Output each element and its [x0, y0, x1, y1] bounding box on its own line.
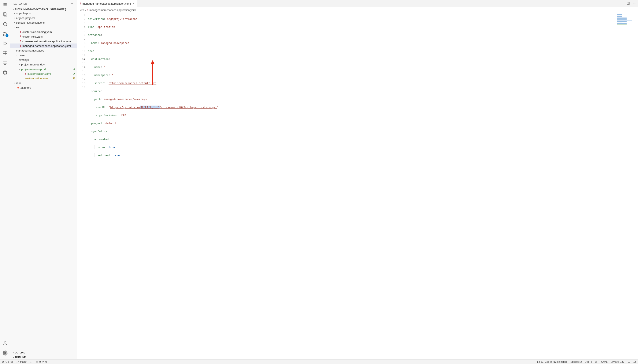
chevron-right-icon: › [12, 351, 15, 354]
svg-line-6 [6, 25, 7, 26]
file-kustomization-inner[interactable]: !kustomization.yamlA [10, 71, 77, 76]
file-tree: ›app-of-apps ›argocd-projects ›console-c… [10, 11, 77, 350]
file-managed-namespaces-app[interactable]: !managed-namesapces.application.yaml [10, 44, 77, 48]
folder-app-of-apps[interactable]: ›app-of-apps [10, 11, 77, 16]
explorer-title: EXPLORER [14, 2, 27, 5]
tab-label: managed-namesapces.application.yaml [82, 2, 131, 5]
folder-base[interactable]: ›base [10, 53, 77, 58]
timeline-section-header[interactable]: ›TIMELINE [10, 355, 77, 359]
status-encoding[interactable]: UTF-8 [585, 360, 592, 363]
code-content[interactable]: apiVersion: argoproj.io/v1alpha1 kind: A… [88, 13, 638, 359]
yaml-file-icon: ! [19, 35, 23, 38]
folder-console-customisations[interactable]: ›console-customisations [10, 20, 77, 25]
svg-rect-11 [3, 51, 5, 53]
chevron-down-icon: ⌄ [18, 68, 21, 70]
extensions-icon[interactable] [2, 50, 8, 56]
line-number-gutter: 12345678910111213141516171819 [77, 13, 88, 359]
file-gitignore[interactable]: ◆.gitignore [10, 85, 77, 90]
search-icon[interactable] [2, 21, 8, 27]
chevron-down-icon: ⌄ [13, 26, 16, 29]
svg-point-5 [4, 22, 6, 25]
svg-marker-10 [4, 42, 7, 45]
outline-section-header[interactable]: ›OUTLINE [10, 350, 77, 355]
chevron-down-icon: ⌄ [15, 58, 19, 61]
chevron-right-icon: › [85, 9, 86, 12]
selected-text: REPLACE_THIS [140, 106, 159, 109]
github-icon[interactable] [2, 70, 8, 76]
git-added-badge: A [72, 68, 75, 70]
yaml-file-icon: ! [21, 77, 25, 80]
code-editor[interactable]: 12345678910111213141516171819 apiVersion… [77, 13, 638, 359]
source-control-icon[interactable]: 2 [2, 31, 8, 37]
folder-etc[interactable]: ⌄etc [10, 25, 77, 30]
remote-explorer-icon[interactable] [2, 60, 8, 66]
tab-bar: ! managed-namesapces.application.yaml × … [77, 0, 638, 8]
svg-point-18 [4, 342, 6, 343]
breadcrumb-file[interactable]: managed-namesapces.application.yaml [89, 9, 136, 12]
status-indentation[interactable]: Spaces: 2 [571, 360, 582, 363]
workspace-name: RHT-SUMMIT-2023-GITOPS-CLUSTER-MGMT [... [15, 8, 68, 10]
git-modified-badge: M [72, 77, 75, 80]
chevron-down-icon: ⌄ [12, 8, 15, 10]
svg-rect-15 [3, 61, 7, 64]
folder-managed-namespaces[interactable]: ⌄managed-namespaces [10, 48, 77, 53]
menu-icon[interactable] [2, 2, 8, 8]
svg-point-26 [17, 361, 17, 361]
chevron-right-icon: › [13, 82, 16, 84]
accounts-icon[interactable] [2, 340, 8, 346]
folder-project-memes-dev[interactable]: ›project-memes-dev [10, 62, 77, 67]
chevron-right-icon: › [15, 54, 19, 56]
yaml-file-icon: ! [80, 2, 81, 5]
scm-badge: 2 [6, 34, 9, 37]
git-file-icon: ◆ [16, 86, 20, 89]
folder-project-memes-prod[interactable]: ⌄project-memes-prodA [10, 67, 77, 71]
folder-overlays[interactable]: ⌄overlays [10, 58, 77, 62]
yaml-file-icon: ! [19, 40, 23, 43]
yaml-file-icon: ! [19, 44, 23, 47]
chevron-right-icon: › [13, 16, 16, 20]
activity-bar: 2 [0, 0, 10, 359]
svg-rect-14 [5, 54, 7, 55]
file-console-customisations-app[interactable]: !console-customisations.application.yaml [10, 39, 77, 44]
svg-point-27 [17, 362, 17, 363]
yaml-file-icon: ! [87, 9, 88, 12]
status-layout[interactable]: Layout: U.S. [610, 360, 624, 363]
explorer-more-icon[interactable]: ⋯ [71, 2, 74, 5]
settings-gear-icon[interactable] [2, 350, 8, 356]
status-notifications-icon[interactable] [633, 360, 636, 363]
workspace-section-header[interactable]: ⌄ RHT-SUMMIT-2023-GITOPS-CLUSTER-MGMT [.… [10, 8, 77, 11]
status-feedback-icon[interactable] [627, 360, 630, 363]
breadcrumb[interactable]: etc › ! managed-namesapces.application.y… [77, 8, 638, 13]
explorer-sidebar: EXPLORER ⋯ ⌄ RHT-SUMMIT-2023-GITOPS-CLUS… [10, 0, 77, 359]
git-added-badge: A [72, 72, 75, 75]
close-icon[interactable]: × [133, 2, 134, 5]
editor-area: ! managed-namesapces.application.yaml × … [77, 0, 638, 359]
more-icon[interactable]: ⋯ [633, 2, 636, 5]
run-debug-icon[interactable] [2, 40, 8, 46]
chevron-right-icon: › [12, 356, 15, 358]
editor-tab[interactable]: ! managed-namesapces.application.yaml × [77, 0, 137, 7]
status-eol[interactable]: LF [595, 360, 598, 363]
svg-point-8 [3, 35, 4, 36]
chevron-down-icon: ⌄ [13, 49, 16, 52]
breadcrumb-folder[interactable]: etc [80, 9, 84, 12]
split-editor-icon[interactable] [626, 2, 630, 6]
status-cursor-position[interactable]: Ln 12, Col 46 (12 selected) [537, 360, 568, 363]
status-branch[interactable]: main* [16, 360, 27, 363]
svg-rect-12 [5, 51, 7, 53]
folder-rbac[interactable]: ›rbac [10, 81, 77, 85]
status-bar: GitHub main* 0 0 Ln 12, Col 46 (12 selec… [0, 359, 638, 364]
file-kustomization-outer[interactable]: !kustomization.yamlM [10, 76, 77, 81]
chevron-right-icon: › [18, 63, 21, 66]
file-cluster-role[interactable]: !cluster-role.yaml [10, 34, 77, 39]
status-problems[interactable]: 0 0 [36, 360, 47, 363]
status-sync[interactable] [30, 360, 33, 363]
chevron-right-icon: › [13, 21, 16, 24]
svg-rect-13 [3, 54, 5, 55]
chevron-right-icon: › [13, 12, 16, 15]
status-language[interactable]: YAML [601, 360, 607, 363]
status-remote[interactable]: GitHub [2, 360, 13, 363]
folder-argocd-projects[interactable]: ›argocd-projects [10, 16, 77, 20]
explorer-icon[interactable] [2, 12, 8, 17]
file-cluster-role-binding[interactable]: !cluster-role-binding.yaml [10, 30, 77, 34]
